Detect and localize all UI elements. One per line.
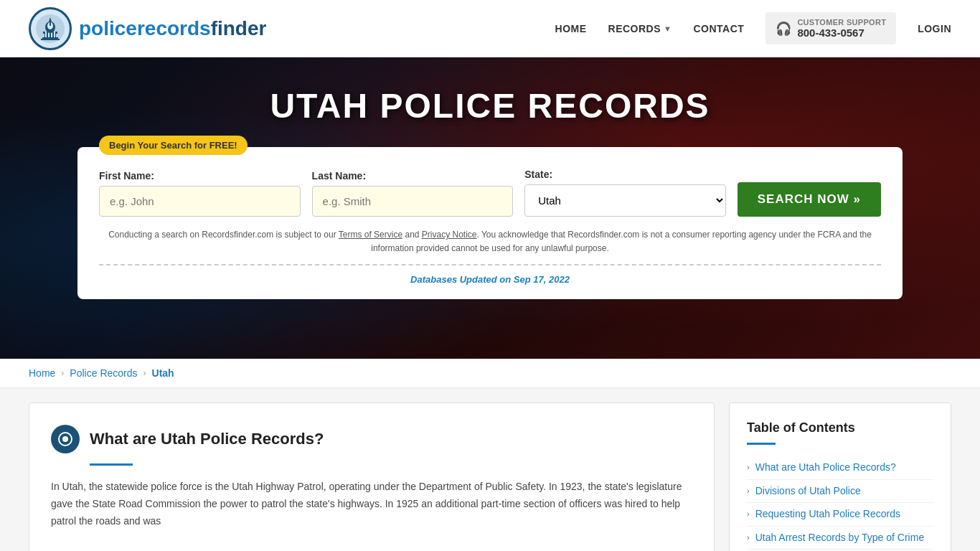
search-box: Begin Your Search for FREE! First Name: …: [77, 147, 903, 299]
nav-home[interactable]: HOME: [555, 23, 587, 34]
article-divider: [90, 463, 133, 466]
nav-login[interactable]: LOGIN: [918, 23, 951, 34]
legal-text: Conducting a search on Recordsfinder.com…: [99, 228, 881, 255]
toc-title: Table of Contents: [747, 420, 933, 435]
search-form-row: First Name: Last Name: State: Utah SEARC…: [99, 169, 881, 217]
site-logo[interactable]: policerecordsfinder: [29, 7, 555, 50]
divider: [99, 264, 881, 265]
search-badge: Begin Your Search for FREE!: [99, 136, 248, 155]
svg-rect-12: [41, 39, 60, 40]
toc-item[interactable]: ›What are Utah Police Records?: [747, 456, 933, 480]
hero-title: UTAH POLICE RECORDS: [270, 86, 710, 126]
db-updated-text: Databases Updated on Sep 17, 2022: [99, 274, 881, 285]
breadcrumb-chevron-1: ›: [61, 368, 64, 378]
svg-rect-6: [54, 32, 55, 37]
section-icon: [51, 425, 80, 453]
toc-chevron-icon: ›: [747, 509, 750, 519]
logo-icon: [29, 7, 72, 50]
tos-link[interactable]: Terms of Service: [339, 230, 402, 240]
nav-records[interactable]: RECORDS ▼: [608, 23, 672, 34]
first-name-label: First Name:: [99, 170, 301, 182]
state-select[interactable]: Utah: [524, 184, 726, 217]
last-name-input[interactable]: [312, 186, 514, 217]
toc-divider: [747, 443, 776, 445]
svg-rect-3: [45, 32, 47, 37]
toc-chevron-icon: ›: [747, 462, 750, 473]
headset-icon: 🎧: [776, 21, 791, 37]
article-body: In Utah, the statewide police force is t…: [51, 479, 692, 529]
logo-text: policerecordsfinder: [79, 17, 266, 40]
breadcrumb: Home › Police Records › Utah: [0, 359, 980, 388]
support-label: CUSTOMER SUPPORT: [797, 18, 886, 27]
svg-point-14: [62, 436, 68, 442]
svg-rect-11: [42, 37, 58, 39]
toc-chevron-icon: ›: [747, 486, 750, 496]
toc-item[interactable]: ›Divisions of Utah Police: [747, 480, 933, 504]
first-name-input[interactable]: [99, 186, 301, 217]
toc-item[interactable]: ›Requesting Utah Police Records: [747, 503, 933, 527]
breadcrumb-current: Utah: [152, 367, 174, 379]
hero-section: UTAH POLICE RECORDS Begin Your Search fo…: [0, 57, 980, 359]
chevron-down-icon: ▼: [664, 24, 672, 33]
toc-item[interactable]: ›Utah Arrest Records by Type of Crime: [747, 527, 933, 550]
last-name-field-group: Last Name:: [312, 170, 514, 217]
privacy-link[interactable]: Privacy Notice: [422, 230, 477, 240]
article-title: What are Utah Police Records?: [90, 430, 324, 448]
customer-support-box: 🎧 CUSTOMER SUPPORT 800-433-0567: [765, 12, 896, 44]
support-number: 800-433-0567: [797, 27, 886, 39]
toc-chevron-icon: ›: [747, 532, 750, 543]
nav-contact[interactable]: CONTACT: [693, 23, 744, 34]
first-name-field-group: First Name:: [99, 170, 301, 217]
breadcrumb-home[interactable]: Home: [29, 367, 55, 379]
main-nav: HOME RECORDS ▼ CONTACT 🎧 CUSTOMER SUPPOR…: [555, 12, 951, 44]
last-name-label: Last Name:: [312, 170, 514, 182]
toc-list: ›What are Utah Police Records?›Divisions…: [747, 456, 933, 550]
state-field-group: State: Utah: [524, 169, 726, 217]
search-button[interactable]: SEARCH NOW »: [738, 182, 881, 217]
breadcrumb-police-records[interactable]: Police Records: [70, 367, 137, 379]
toc-panel: Table of Contents ›What are Utah Police …: [729, 402, 951, 551]
site-header: policerecordsfinder HOME RECORDS ▼ CONTA…: [0, 0, 980, 57]
state-label: State:: [524, 169, 726, 180]
breadcrumb-chevron-2: ›: [143, 368, 146, 378]
main-content: What are Utah Police Records? In Utah, t…: [0, 388, 980, 551]
article-header: What are Utah Police Records?: [51, 425, 692, 453]
support-info: CUSTOMER SUPPORT 800-433-0567: [797, 18, 886, 39]
content-article: What are Utah Police Records? In Utah, t…: [29, 402, 715, 551]
